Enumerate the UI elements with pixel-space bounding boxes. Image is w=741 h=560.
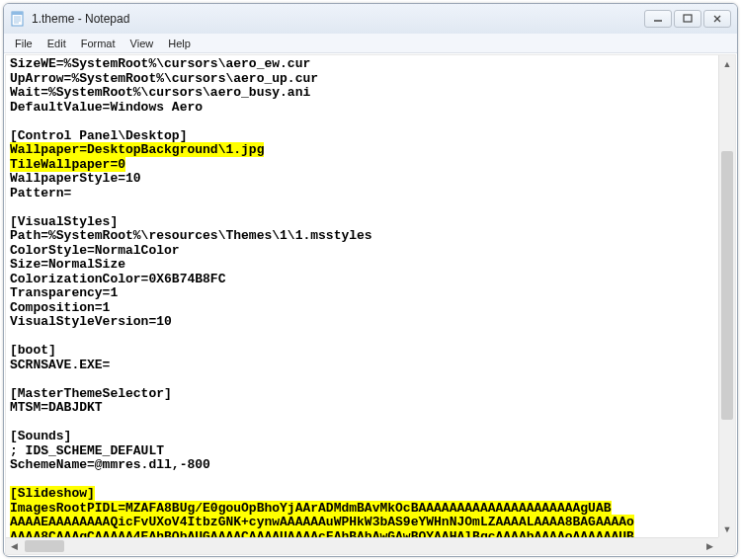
scroll-up-arrow-icon[interactable]: ▲ — [719, 55, 735, 72]
text-editor[interactable]: SizeWE=%SystemRoot%\cursors\aero_ew.cur … — [6, 55, 735, 537]
titlebar[interactable]: 1.theme - Notepad — [4, 4, 737, 34]
menu-edit[interactable]: Edit — [41, 36, 73, 51]
scroll-v-thumb[interactable] — [721, 151, 733, 420]
scroll-down-arrow-icon[interactable]: ▼ — [719, 520, 735, 537]
highlighted-line: AAAA8CAAAgCAAAAA4EAhBQbAUGAAAACAAAAUAAAA… — [10, 529, 634, 538]
highlighted-line: TileWallpaper=0 — [10, 157, 125, 172]
horizontal-scrollbar[interactable]: ◀ ▶ — [6, 537, 718, 554]
vertical-scrollbar[interactable]: ▲ ▼ — [718, 55, 735, 537]
minimize-button[interactable] — [644, 10, 672, 28]
scroll-v-track[interactable] — [719, 72, 735, 520]
scroll-corner — [718, 537, 735, 554]
svg-rect-7 — [684, 15, 692, 22]
editor-content: SizeWE=%SystemRoot%\cursors\aero_ew.cur … — [5, 54, 736, 555]
highlighted-line: [Slideshow] — [10, 486, 95, 501]
highlighted-line: Wallpaper=DesktopBackground\1.jpg — [10, 142, 264, 157]
window-title: 1.theme - Notepad — [32, 12, 644, 26]
highlighted-line: AAAAEAAAAAAAAQicFvUXoV4ItbzGNK+cynwAAAAA… — [10, 515, 634, 529]
menu-format[interactable]: Format — [74, 36, 123, 51]
notepad-window: 1.theme - Notepad File Edit Format View … — [3, 3, 738, 557]
menu-help[interactable]: Help — [161, 36, 198, 51]
window-controls — [644, 10, 731, 28]
maximize-button[interactable] — [674, 10, 701, 28]
svg-rect-1 — [12, 12, 23, 15]
notepad-icon — [10, 11, 26, 27]
scroll-h-thumb[interactable] — [25, 540, 64, 552]
close-button[interactable] — [703, 10, 731, 28]
menu-file[interactable]: File — [8, 36, 40, 51]
scroll-left-arrow-icon[interactable]: ◀ — [6, 538, 23, 554]
highlighted-line: ImagesRootPIDL=MZAFA8BUg/E0gouOpBhoYjAAr… — [10, 501, 612, 516]
menubar: File Edit Format View Help — [4, 34, 737, 53]
scroll-h-track[interactable] — [23, 538, 701, 554]
menu-view[interactable]: View — [124, 36, 161, 51]
scroll-right-arrow-icon[interactable]: ▶ — [701, 538, 718, 554]
